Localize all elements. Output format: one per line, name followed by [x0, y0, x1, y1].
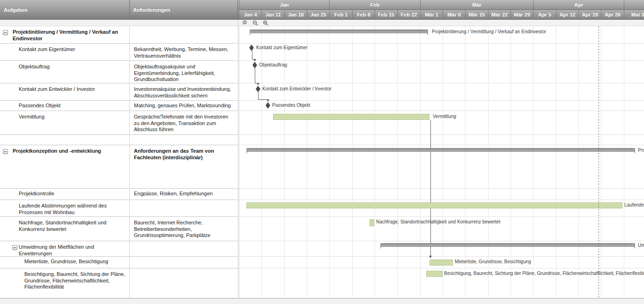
week-header: Feb 8 — [352, 10, 375, 20]
dependency-connector — [430, 120, 431, 256]
milestone-label: Kontakt zum Entwickler / Investor — [262, 86, 332, 91]
column-divider — [129, 0, 130, 20]
task-name: Kontakt zum Entwickler / Investor — [19, 86, 95, 92]
week-header: Feb 22 — [397, 10, 420, 20]
summary-bar-projektinitiierung[interactable] — [250, 30, 428, 33]
dependency-arrow — [253, 59, 256, 61]
summary-bar-umwidmung[interactable] — [380, 243, 635, 247]
dependency-arrow — [266, 99, 269, 102]
task-bar-laufende-abstimmungen[interactable] — [246, 202, 622, 208]
week-header: Mai 3 — [624, 10, 644, 20]
column-divider — [237, 0, 238, 20]
dependency-connector — [252, 51, 252, 59]
task-bar-besichtigung[interactable] — [426, 271, 443, 277]
timeline-header: Jan Feb Mär Apr Jan 4 Jan 11 Jan 18 Jan … — [239, 0, 644, 20]
month-header — [624, 0, 644, 10]
deadline-marker-line — [599, 26, 599, 298]
dependency-connector — [255, 68, 255, 83]
week-header: Jan 25 — [307, 10, 329, 20]
task-name: Passendes Objekt — [19, 103, 60, 108]
gantt-chart-canvas[interactable] — [239, 26, 644, 298]
table-row[interactable]: Mieterliste, Grundrisse, Besichtigung — [0, 257, 238, 268]
bar-label: Projektinitiierung / Vermittlung / Verka… — [432, 29, 546, 34]
table-row[interactable]: Vermittlung Gespräche/Telefonate mit den… — [0, 111, 238, 135]
task-requirements — [129, 241, 238, 256]
milestone-label: Objektauftrag — [259, 62, 287, 67]
gantt-application: Aufgaben Anforderungen Jan Feb Mär Apr J… — [0, 0, 644, 304]
zoom-in-icon[interactable] — [263, 20, 269, 26]
month-header: Jan — [239, 0, 329, 10]
week-header: Apr 12 — [556, 10, 578, 20]
milestone-label: Passendes Objekt — [272, 103, 310, 108]
chart-toolbar: ⚙ — [0, 20, 644, 26]
task-requirements: Engpässe, Risiken, Empfehlungen — [129, 189, 238, 200]
table-row[interactable] — [0, 135, 238, 145]
week-header: Feb 15 — [375, 10, 397, 20]
collapse-icon[interactable] — [3, 149, 8, 154]
table-row[interactable]: Kontakt zum Eigentümer Bekanntheit, Werb… — [0, 44, 238, 61]
week-header: Apr 26 — [601, 10, 624, 20]
table-row[interactable]: Kontakt zum Entwickler / Investor Invest… — [0, 83, 238, 101]
table-row[interactable]: Umwidmung der Mietflächen und Erweiterun… — [0, 241, 238, 257]
column-header-requirements[interactable]: Anforderungen — [133, 7, 170, 13]
task-name: Projektkonzeption und -entwicklung — [13, 148, 101, 154]
bar-label: Besichtigung, Baurecht, Sichtung der Plä… — [444, 271, 644, 276]
task-bar-mieterliste[interactable] — [429, 260, 453, 266]
bar-label: Vermittlung — [433, 114, 456, 119]
week-header: Mär 15 — [465, 10, 488, 20]
table-row[interactable]: Laufende Abstimmungen während des Prozes… — [0, 200, 238, 217]
task-name: Besichtigung, Baurecht, Sichtung der Plä… — [24, 271, 125, 289]
task-requirements: Baurecht, Internet Recherche, Betreiberb… — [129, 217, 238, 241]
week-header: Mär 1 — [420, 10, 443, 20]
row-separator — [239, 100, 644, 101]
table-row[interactable]: Nachfrage, Standortnachhaltigkeit und Ko… — [0, 217, 238, 241]
task-requirements: Objektauftragsakquise und Eigentümerbind… — [129, 61, 238, 83]
task-name: Projektinitiierung / Vermittlung / Verka… — [13, 29, 118, 41]
column-header-tasks[interactable]: Aufgaben — [4, 7, 28, 13]
summary-bar-projektkonzeption[interactable] — [246, 148, 635, 152]
table-row[interactable]: Besichtigung, Baurecht, Sichtung der Plä… — [0, 268, 238, 298]
week-header: Apr 5 — [533, 10, 556, 20]
dependency-arrow — [429, 256, 432, 258]
row-separator — [239, 256, 644, 257]
table-header: Aufgaben Anforderungen — [0, 0, 239, 20]
week-header: Jan 4 — [239, 10, 261, 20]
month-header: Mär — [420, 0, 533, 10]
task-requirements: Gespräche/Telefonate mit den Investoren … — [129, 111, 238, 134]
gear-icon[interactable]: ⚙ — [242, 19, 247, 26]
row-separator — [239, 111, 644, 111]
task-bar-nachfrage[interactable] — [370, 219, 374, 226]
table-row[interactable]: Projektkontrolle Engpässe, Risiken, Empf… — [0, 189, 238, 200]
bar-label: Mieterliste, Grundrisse, Besichtigung — [455, 259, 531, 264]
row-separator — [239, 216, 644, 217]
table-row[interactable]: Objektauftrag Objektauftragsakquise und … — [0, 61, 238, 83]
row-separator — [239, 145, 644, 145]
task-bar-vermittlung[interactable] — [273, 114, 429, 120]
task-requirements — [129, 200, 238, 216]
dependency-connector — [258, 92, 259, 99]
task-name: Laufende Abstimmungen während des Prozes… — [19, 203, 107, 215]
week-header: Mär 8 — [443, 10, 465, 20]
row-separator — [239, 241, 644, 241]
task-name: Kontakt zum Eigentümer — [19, 46, 75, 52]
collapse-icon[interactable] — [12, 245, 17, 250]
table-row[interactable]: Projektkonzeption und -entwicklung Anfor… — [0, 145, 238, 189]
task-requirements: Bekanntheit, Werbung, Termine, Messen, V… — [129, 44, 238, 60]
row-separator — [239, 134, 644, 135]
task-name: Mieterliste, Grundrisse, Besichtigung — [24, 259, 108, 264]
week-header: Mär 22 — [488, 10, 511, 20]
collapse-icon[interactable] — [3, 30, 8, 35]
month-header: Feb — [329, 0, 420, 10]
zoom-out-icon[interactable] — [252, 20, 259, 26]
task-requirements: Investorenakquise und Investorenbindung,… — [129, 83, 238, 100]
table-chart-divider[interactable] — [238, 20, 238, 298]
dependency-arrow — [257, 83, 259, 85]
week-header: Jan 11 — [261, 10, 284, 20]
task-requirements — [129, 26, 238, 43]
row-separator — [239, 268, 644, 268]
table-row[interactable]: Projektinitiierung / Vermittlung / Verka… — [0, 26, 238, 44]
table-row[interactable]: Passendes Objekt Matching, genaues Prüfe… — [0, 101, 238, 111]
task-requirements — [129, 135, 238, 145]
bar-label: Projektkonzeption und -entwicklung — [638, 148, 644, 153]
task-name: Objektauftrag — [19, 64, 50, 69]
